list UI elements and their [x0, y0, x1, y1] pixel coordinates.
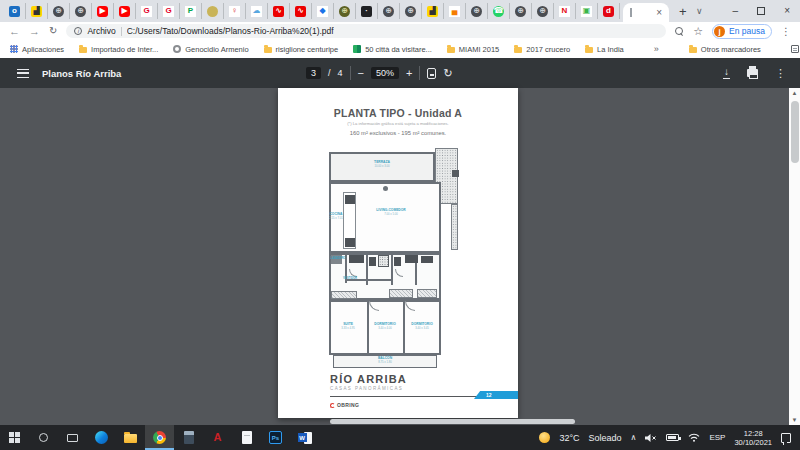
task-view-button[interactable] — [58, 425, 87, 450]
pinned-tab-globe[interactable]: ⊕ — [400, 3, 422, 19]
taskbar-notepad[interactable] — [232, 425, 261, 450]
pinned-tab-red-d[interactable]: d — [598, 3, 620, 19]
minimize-button[interactable]: – — [733, 6, 739, 16]
page-info-icon[interactable]: i — [74, 27, 82, 35]
reload-button[interactable]: ↻ — [49, 26, 57, 36]
pinned-tab-youtube[interactable]: ▶ — [114, 3, 136, 19]
pinned-tab-globe[interactable]: ⊕ — [510, 3, 532, 19]
vertical-scrollbar-thumb[interactable] — [791, 101, 799, 163]
favicon: ▶ — [119, 6, 130, 17]
pinned-tab-black-square[interactable]: · — [356, 3, 378, 19]
favicon: P — [185, 6, 196, 17]
pinned-tab-globe[interactable]: ⊕ — [70, 3, 92, 19]
pinned-tab-orange-flag[interactable]: ▄ — [444, 3, 466, 19]
taskbar-edge[interactable] — [87, 425, 116, 450]
zoom-out-button[interactable]: − — [358, 68, 364, 79]
bookmark-item[interactable]: Importado de Inter... — [79, 45, 158, 54]
bookmark-item[interactable]: 2017 crucero — [514, 45, 570, 54]
taskbar-file-explorer[interactable] — [116, 425, 145, 450]
forward-button[interactable]: → — [29, 26, 40, 37]
weather-sun-icon[interactable] — [539, 432, 550, 443]
page-number-input[interactable]: 3 — [306, 67, 321, 79]
vertical-scrollbar[interactable]: ▲ ▼ — [789, 88, 800, 425]
speaker-muted-icon[interactable] — [645, 433, 657, 443]
fit-page-button[interactable] — [427, 68, 436, 79]
pinned-tab-youtube[interactable]: ▶ — [92, 3, 114, 19]
weather-temperature[interactable]: 32°C — [559, 433, 579, 443]
pinned-tab-globe[interactable]: ⊕ — [378, 3, 400, 19]
zoom-search-icon[interactable] — [675, 27, 684, 36]
maximize-button[interactable] — [757, 7, 765, 15]
pinned-tab-bank-chart[interactable]: ▟ — [422, 3, 444, 19]
pinned-tab-parking[interactable]: P — [180, 3, 202, 19]
taskbar-chrome-active[interactable] — [145, 425, 174, 450]
favicon: ⊕ — [53, 6, 64, 17]
zoom-in-button[interactable]: + — [406, 68, 412, 79]
tab-search-chevron-icon[interactable]: ∨ — [696, 6, 703, 16]
bookmark-item[interactable]: 50 città da visitare... — [353, 45, 432, 54]
taskbar-photoshop[interactable]: Ps — [261, 425, 290, 450]
language-indicator[interactable]: ESP — [709, 433, 725, 442]
favicon: ⊕ — [537, 6, 548, 17]
tab-close-icon[interactable]: × — [656, 8, 662, 18]
pinned-tab-whatsapp[interactable]: ☎ — [488, 3, 510, 19]
wifi-icon[interactable] — [688, 433, 700, 442]
pdf-menu-icon[interactable] — [17, 69, 29, 78]
other-bookmarks-label: Otros marcadores — [701, 45, 761, 54]
taskbar-word[interactable]: W — [290, 425, 319, 450]
weather-condition[interactable]: Soleado — [589, 433, 622, 443]
download-icon[interactable]: ↓ — [723, 67, 730, 79]
reading-list-button[interactable]: Lista de lectura — [791, 45, 800, 54]
bookmark-item[interactable]: La India — [585, 45, 624, 54]
pinned-tab-santander[interactable]: ∿ — [268, 3, 290, 19]
profile-button[interactable]: j En pausa — [712, 24, 772, 39]
print-icon[interactable] — [747, 69, 758, 77]
close-window-button[interactable]: × — [784, 6, 790, 16]
bookmark-item[interactable]: Genocidio Armenio — [173, 45, 248, 54]
other-bookmarks-button[interactable]: Otros marcadores — [689, 45, 761, 54]
new-tab-button[interactable]: + — [679, 4, 687, 19]
battery-icon[interactable] — [666, 434, 679, 441]
zoom-level[interactable]: 50% — [371, 67, 399, 79]
scroll-up-arrow[interactable]: ▲ — [789, 90, 800, 96]
bookmark-star-icon[interactable]: ☆ — [693, 26, 703, 37]
pinned-tab-green-app[interactable]: ▣ — [576, 3, 598, 19]
pinned-tab-red-letter[interactable]: G — [158, 3, 180, 19]
pinned-tab-blue-mark[interactable]: ◆ — [312, 3, 334, 19]
pinned-tab-outlook[interactable]: o — [4, 3, 26, 19]
pinned-tab-red-key[interactable]: ♀ — [224, 3, 246, 19]
tab-strip: o ▟ ⊕ ⊕ ▶ ▶ — [0, 0, 800, 22]
pinned-tab-olive-globe[interactable]: ⊕ — [334, 3, 356, 19]
closet — [389, 289, 413, 298]
browser-menu-icon[interactable]: ⋮ — [781, 26, 791, 37]
pinned-tab-olive-circle[interactable] — [202, 3, 224, 19]
hidden-icons-chevron[interactable]: ∧ — [631, 434, 637, 442]
pinned-tab-globe[interactable]: ⊕ — [532, 3, 554, 19]
pinned-tab-bank-chart[interactable]: ▟ — [26, 3, 48, 19]
pinned-tab-netflix[interactable]: N — [554, 3, 576, 19]
taskbar-calculator[interactable] — [174, 425, 203, 450]
active-tab[interactable]: × — [623, 3, 669, 22]
action-center-icon[interactable] — [781, 433, 791, 443]
bookmark-item[interactable]: MIAMI 2015 — [447, 45, 499, 54]
taskbar-autocad[interactable]: A — [203, 425, 232, 450]
pdf-more-icon[interactable]: ⋮ — [775, 68, 786, 79]
back-button[interactable]: ← — [9, 26, 20, 37]
pinned-tab-cloud[interactable]: ☁ — [246, 3, 268, 19]
bookmark-item[interactable]: risiglione centuripe — [264, 45, 339, 54]
start-button[interactable] — [0, 425, 29, 450]
rotate-button[interactable]: ↻ — [443, 68, 452, 79]
pinned-tab-red-letter[interactable]: G — [136, 3, 158, 19]
scroll-down-arrow[interactable]: ▼ — [789, 417, 800, 423]
url-input[interactable]: i Archivo C:/Users/Tato/Downloads/Planos… — [66, 24, 666, 38]
horizontal-scrollbar-thumb[interactable] — [330, 419, 575, 424]
bookmark-item[interactable]: Aplicaciones — [10, 45, 64, 54]
bookmarks-overflow-chevron[interactable]: » — [654, 44, 659, 54]
interior-wall — [391, 253, 393, 285]
clock[interactable]: 12:28 30/10/2021 — [734, 429, 772, 447]
pinned-tab-santander[interactable]: ∿ — [290, 3, 312, 19]
pinned-tab-globe[interactable]: ⊕ — [48, 3, 70, 19]
folder-icon — [79, 47, 87, 53]
pinned-tab-globe[interactable]: ⊕ — [466, 3, 488, 19]
cortana-search-button[interactable] — [29, 425, 58, 450]
